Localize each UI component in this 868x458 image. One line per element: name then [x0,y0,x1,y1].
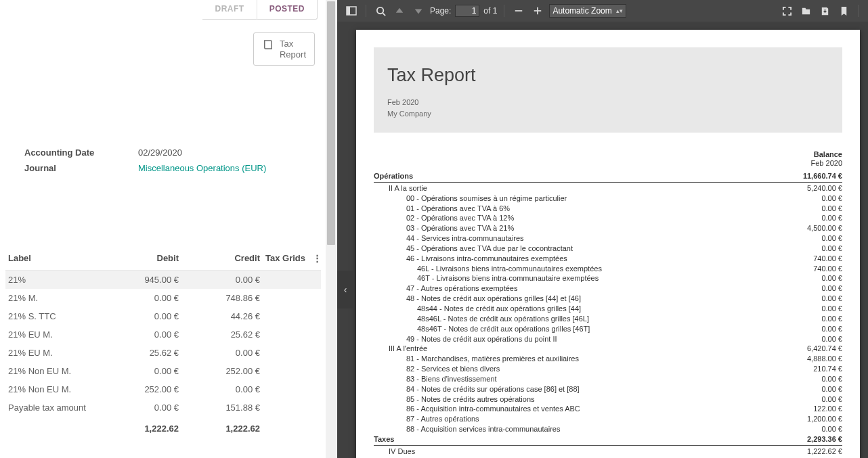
table-row[interactable]: Payable tax amount0.00 €151.88 € [5,398,321,417]
report-line: 45 - Opérations avec TVA due par le coco… [374,244,842,254]
pdf-toolbar: Page: of 1 Automatic Zoom ▴▾ [337,0,868,22]
cell-taxgrids [263,289,310,307]
report-line: 88 - Acquisition services intra-communau… [374,424,842,434]
table-row[interactable]: 21%945.00 €0.00 € [5,271,321,290]
cell-label: 21% [5,271,114,290]
balance-label: Balance [374,150,842,158]
report-line: 49 - Notes de crédit aux opérations du p… [374,334,842,344]
col-debit[interactable]: Debit [114,249,181,271]
total-debit: 1,222.62 [114,417,181,438]
scrollbar-thumb[interactable] [327,1,335,245]
cell-credit: 44.26 € [181,307,263,325]
cell-debit: 0.00 € [114,307,181,325]
table-row[interactable]: 21% Non EU M.252.00 €0.00 € [5,380,321,398]
report-line: 84 - Notes de crédits sur opérations cas… [374,384,842,394]
fullscreen-icon[interactable] [779,3,794,18]
report-line: 82 - Services et biens divers210.74 € [374,364,842,374]
cell-taxgrids [263,398,310,417]
cell-label: 21% EU M. [5,325,114,344]
left-panel: DRAFT POSTED TaxReport Accounting Date 0… [0,0,324,458]
accounting-date-label: Accounting Date [24,147,138,158]
cell-credit: 0.00 € [181,271,263,290]
cell-taxgrids [263,307,310,325]
table-row[interactable]: 21% S. TTC0.00 €44.26 € [5,307,321,325]
journal-items-table: Label Debit Credit Tax Grids ⋮ 21%945.00… [5,249,320,438]
cell-label: 21% M. [5,289,114,307]
zoom-out-icon[interactable] [511,3,526,18]
col-options-icon[interactable]: ⋮ [310,249,321,271]
report-line: 83 - Biens d'investissement0.00 € [374,374,842,384]
cell-debit: 0.00 € [114,325,181,344]
chevron-updown-icon: ▴▾ [616,7,623,14]
zoom-in-icon[interactable] [530,3,545,18]
tax-report-button[interactable]: TaxReport [253,32,315,66]
cell-debit: 0.00 € [114,398,181,417]
report-line: III A l'entrée6,420.74 € [374,344,842,354]
svg-rect-1 [347,7,350,15]
col-credit[interactable]: Credit [181,249,263,271]
collapse-handle[interactable]: ‹ [337,271,353,308]
tab-draft[interactable]: DRAFT [202,0,256,20]
zoom-select[interactable]: Automatic Zoom ▴▾ [549,4,626,18]
table-row[interactable]: 21% Non EU M.0.00 €252.00 € [5,362,321,380]
report-line: 48s46T - Notes de crédit aux opérations … [374,324,842,334]
search-icon[interactable] [373,3,388,18]
table-row[interactable]: 21% EU M.0.00 €25.62 € [5,325,321,344]
report-title: Tax Report [387,65,829,86]
page-up-icon [392,3,407,18]
table-row[interactable]: 21% EU M.25.62 €0.00 € [5,344,321,362]
col-taxgrids[interactable]: Tax Grids [263,249,310,271]
report-line: 46 - Livraisons intra-communautaires exe… [374,254,842,264]
report-company: My Company [387,108,829,120]
cell-credit: 0.00 € [181,380,263,398]
vertical-scrollbar[interactable] [326,0,337,458]
report-line: 44 - Services intra-communautaires0.00 € [374,233,842,244]
svg-line-3 [383,13,385,16]
download-icon[interactable] [817,3,832,18]
chevron-left-icon: ‹ [344,284,347,295]
journal-value-link[interactable]: Miscellaneous Operations (EUR) [138,163,266,173]
cell-taxgrids [263,344,310,362]
page-input[interactable] [455,5,479,17]
record-fields: Accounting Date 02/29/2020 Journal Misce… [24,147,311,179]
report-line: 48s44 - Notes de crédit aux opérations g… [374,304,842,314]
page-count: of 1 [483,6,497,16]
cell-label: 21% EU M. [5,344,114,362]
cell-debit: 252.00 € [114,380,181,398]
report-line: 47 - Autres opérations exemptées0.00 € [374,283,842,294]
cell-taxgrids [263,325,310,344]
report-line: IV Dues1,222.62 € [374,446,842,457]
pdf-scroll-area[interactable]: Tax Report Feb 2020 My Company Balance F… [337,22,868,458]
report-line: 02 - Opérations avec TVA à 12%0.00 € [374,213,842,223]
book-icon [262,39,274,51]
status-tabs: DRAFT POSTED [0,0,324,20]
report-line: 01 - Opérations avec TVA à 6%0.00 € [374,204,842,214]
page-label: Page: [430,6,451,16]
bookmark-icon[interactable] [836,3,851,18]
cell-credit: 151.88 € [181,398,263,417]
cell-taxgrids [263,362,310,380]
cell-debit: 945.00 € [114,271,181,290]
tax-report-button-label: TaxReport [280,39,306,60]
total-credit: 1,222.62 [181,417,263,438]
report-line: 48s46L - Notes de crédit aux opérations … [374,314,842,324]
cell-credit: 25.62 € [181,325,263,344]
tab-posted[interactable]: POSTED [257,0,318,20]
report-line: 00 - Opérations soumises à un régime par… [374,193,842,204]
report-line: II A la sortie5,240.00 € [374,183,842,193]
cell-label: 21% Non EU M. [5,362,114,380]
cell-taxgrids [263,380,310,398]
cell-label: Payable tax amount [5,398,114,417]
report-line: 85 - Notes de crédits autres opérations0… [374,394,842,405]
cell-credit: 0.00 € [181,344,263,362]
open-file-icon[interactable] [798,3,813,18]
report-period: Feb 2020 [387,97,829,108]
table-row[interactable]: 21% M.0.00 €748.86 € [5,289,321,307]
sidebar-toggle-icon[interactable] [344,3,359,18]
accounting-date-value: 02/29/2020 [138,147,182,158]
pdf-page: Tax Report Feb 2020 My Company Balance F… [356,30,860,458]
col-label[interactable]: Label [5,249,114,271]
cell-credit: 252.00 € [181,362,263,380]
journal-label: Journal [24,163,138,173]
report-line: 03 - Opérations avec TVA à 21%4,500.00 € [374,223,842,233]
